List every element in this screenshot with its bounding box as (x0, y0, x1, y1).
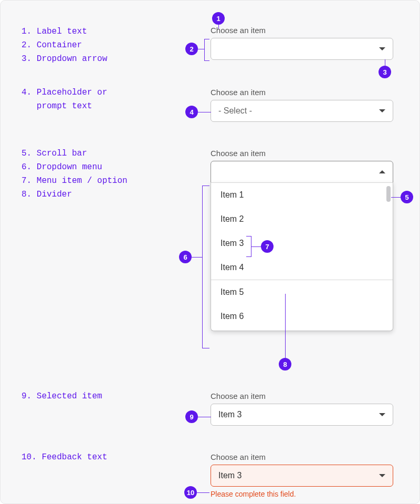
leader-line (391, 197, 401, 198)
leader-bracket (202, 186, 209, 348)
selected-value: Item 3 (218, 471, 242, 480)
dropdown-container[interactable] (211, 38, 393, 60)
chevron-down-icon (379, 47, 385, 50)
badge-7: 7 (261, 240, 274, 253)
leader-line (198, 49, 204, 49)
annotation-list-4: 4. Placeholder or prompt text (22, 86, 107, 113)
placeholder-text: - Select - (218, 106, 252, 116)
menu-item[interactable]: Item 3 (211, 231, 393, 255)
menu-item[interactable]: Item 6 (211, 304, 393, 328)
dropdown-example-error: Choose an item Item 3 Please complete th… (211, 452, 393, 498)
dropdown-menu: Item 1 Item 2 Item 3 Item 4 Item 5 Item … (211, 182, 393, 331)
field-label: Choose an item (211, 88, 393, 97)
annotation-list-5: 5. Scroll bar 6. Dropdown menu 7. Menu i… (22, 147, 128, 201)
leader-line (192, 257, 202, 258)
chevron-down-icon (379, 413, 385, 416)
annotation-list-10: 10. Feedback text (22, 450, 107, 464)
leader-line (198, 112, 211, 112)
leader-bracket (246, 236, 251, 257)
field-label: Choose an item (211, 392, 393, 400)
leader-line (197, 492, 209, 493)
menu-item[interactable]: Item 5 (211, 280, 393, 304)
badge-6: 6 (179, 251, 192, 263)
badge-1: 1 (212, 12, 225, 25)
dropdown-example-placeholder: Choose an item - Select - (211, 88, 393, 122)
dropdown-container[interactable] (211, 161, 393, 183)
menu-item[interactable]: Item 4 (211, 255, 393, 280)
dropdown-example-open: Choose an item Item 1 Item 2 Item 3 Item… (211, 149, 393, 331)
feedback-text: Please complete this field. (211, 490, 393, 498)
anatomy-diagram: 1. Label text 2. Container 3. Dropdown a… (0, 0, 420, 504)
menu-item[interactable]: Item 2 (211, 207, 393, 231)
leader-line (385, 59, 385, 66)
annotation-list-1: 1. Label text 2. Container 3. Dropdown a… (22, 25, 107, 66)
leader-line (218, 25, 219, 29)
badge-8: 8 (279, 358, 291, 371)
chevron-down-icon (379, 474, 385, 477)
badge-9: 9 (185, 410, 198, 423)
field-label: Choose an item (211, 452, 393, 461)
dropdown-container[interactable]: - Select - (211, 100, 393, 122)
badge-2: 2 (185, 43, 198, 55)
field-label: Choose an item (211, 149, 393, 158)
chevron-up-icon (379, 170, 385, 173)
selected-value: Item 3 (218, 410, 242, 419)
dropdown-example-selected: Choose an item Item 3 (211, 392, 393, 426)
field-label: Choose an item (211, 26, 393, 35)
badge-10: 10 (184, 486, 197, 499)
dropdown-container[interactable]: Item 3 (211, 404, 393, 426)
dropdown-example-empty: Choose an item (211, 26, 393, 60)
dropdown-container[interactable]: Item 3 (211, 465, 393, 487)
leader-bracket (204, 39, 209, 61)
badge-3: 3 (379, 66, 391, 78)
badge-5: 5 (401, 191, 413, 203)
chevron-down-icon (379, 109, 385, 112)
annotation-list-9: 9. Selected item (22, 389, 102, 403)
badge-4: 4 (185, 106, 198, 118)
scrollbar-thumb[interactable] (386, 186, 391, 202)
leader-line (251, 246, 261, 247)
menu-item[interactable]: Item 1 (211, 183, 393, 207)
leader-line (198, 417, 211, 417)
leader-line (285, 294, 286, 358)
